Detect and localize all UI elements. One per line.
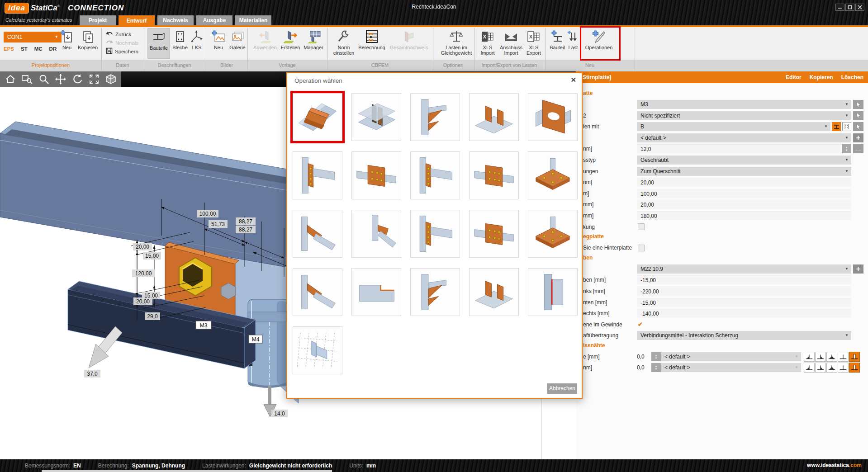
mode-dr[interactable]: DR: [49, 46, 57, 52]
calculation-button[interactable]: Berechnung: [357, 28, 386, 51]
labels-bauteile-toggle[interactable]: Bauteile: [147, 28, 170, 59]
operation-thumbnail-anchor-base-plate[interactable]: [528, 210, 578, 258]
member-box-beam[interactable]: [0, 122, 305, 268]
panel-dropdown[interactable]: B▼: [637, 122, 830, 131]
operation-thumbnail-weld-cut-line[interactable]: [528, 268, 578, 316]
operation-thumbnail-stub-haunch[interactable]: [410, 268, 460, 316]
rotate-icon[interactable]: [71, 73, 84, 85]
plate-reference-button[interactable]: [842, 122, 851, 131]
spinner-stepper[interactable]: ▲▼: [842, 144, 851, 153]
new-operation-button[interactable]: Operationen: [582, 28, 616, 51]
operation-thumbnail-workplane-grid[interactable]: [293, 326, 342, 374]
new-picture-button[interactable]: Neu: [209, 28, 228, 51]
operation-thumbnail-base-rib-stiffeners[interactable]: [469, 93, 519, 141]
panel-field[interactable]: -15,00: [637, 275, 851, 284]
undo-button[interactable]: Zurück: [106, 31, 131, 38]
spinner-stepper[interactable]: ▲▼: [651, 363, 661, 372]
operation-thumbnail-beam-to-beam-end-plate[interactable]: [410, 210, 460, 258]
operation-thumbnail-cover-plates[interactable]: [469, 151, 519, 199]
project-item-select[interactable]: CON1▼: [4, 32, 62, 42]
operation-thumbnail-bolted-base-plate[interactable]: [528, 151, 578, 199]
operation-thumbnail-bolted-end-plate[interactable]: [293, 151, 342, 199]
mode-eps[interactable]: EPS: [4, 46, 14, 52]
panel-dropdown[interactable]: M3▼: [637, 100, 851, 109]
weld-type-icon[interactable]: [849, 352, 860, 362]
operation-thumbnail-plate-with-opening[interactable]: [528, 93, 578, 141]
panel-dropdown[interactable]: Zum Querschnitt▼: [637, 167, 851, 176]
panel-dropdown[interactable]: Verbindungsmittel - Interaktion Scherzug…: [637, 331, 851, 340]
new-load-button[interactable]: Last: [566, 28, 580, 51]
cursor-select-button[interactable]: [853, 122, 863, 131]
operation-thumbnail-angle-cleat[interactable]: [293, 210, 342, 258]
tab-nachweis[interactable]: Nachweis: [157, 15, 194, 25]
add-button[interactable]: +: [853, 264, 863, 274]
spin-down-icon[interactable]: ▼: [845, 149, 848, 151]
weld-type-icon[interactable]: [838, 363, 849, 373]
copy-operation-button[interactable]: Kopieren: [810, 71, 833, 83]
tab-projekt[interactable]: Projekt: [80, 15, 116, 25]
panel-dropdown[interactable]: < default >▼: [661, 352, 801, 361]
weld-type-icon[interactable]: [815, 352, 826, 362]
xls-import-button[interactable]: X XLS Import: [478, 28, 498, 56]
maximize-button[interactable]: [845, 4, 854, 11]
template-create-button[interactable]: Erstellen: [280, 28, 301, 51]
operation-thumbnail-fin-plate[interactable]: [351, 210, 401, 258]
save-button[interactable]: Speichern: [106, 47, 138, 55]
code-setup-button[interactable]: Norm einstellen: [331, 28, 356, 56]
spin-down-icon[interactable]: ▼: [655, 368, 657, 370]
operation-thumbnail-bolted-column-plate[interactable]: [410, 151, 460, 199]
operation-thumbnail-splice-both-sides[interactable]: [469, 210, 519, 258]
website-link[interactable]: www.ideastatica.com: [807, 462, 862, 468]
minimize-button[interactable]: [835, 4, 844, 11]
panel-field[interactable]: 180,00: [637, 211, 851, 220]
xls-export-button[interactable]: X XLS Export: [524, 28, 544, 56]
zoom-window-icon[interactable]: [21, 73, 33, 85]
more-button[interactable]: ...: [853, 144, 863, 153]
labels-lks-toggle[interactable]: LKS: [188, 28, 205, 51]
cancel-button[interactable]: Abbrechen: [547, 383, 577, 394]
mode-mc[interactable]: MC: [34, 46, 43, 52]
panel-field[interactable]: -15,00: [637, 298, 851, 307]
spin-down-icon[interactable]: ▼: [655, 357, 657, 359]
weld-type-icon[interactable]: [849, 363, 860, 373]
spinner-stepper[interactable]: ▲▼: [651, 352, 661, 361]
weld-type-icon[interactable]: [804, 363, 815, 373]
panel-dropdown[interactable]: M22 10.9▼: [637, 264, 851, 274]
zoom-icon[interactable]: [38, 73, 50, 85]
editor-button[interactable]: Editor: [786, 71, 802, 83]
gallery-button[interactable]: Galerie: [228, 28, 247, 51]
operation-thumbnail-haunch[interactable]: [410, 93, 460, 141]
operation-thumbnail-beam-notch-cut[interactable]: [351, 268, 401, 316]
new-item-button[interactable]: Neu: [58, 28, 76, 51]
panel-dropdown[interactable]: < default >▼: [661, 363, 801, 372]
weld-type-icon[interactable]: [815, 363, 826, 373]
checkbox[interactable]: [638, 245, 645, 251]
tab-materialien[interactable]: Materialien: [235, 15, 271, 25]
add-button[interactable]: +: [853, 133, 863, 142]
weld-type-icon[interactable]: [826, 363, 837, 373]
beam-reference-button[interactable]: [832, 122, 841, 131]
checkbox[interactable]: [638, 223, 645, 230]
panel-dropdown[interactable]: Geschraubt▼: [637, 156, 851, 165]
close-button[interactable]: [855, 4, 864, 11]
solid-view-icon[interactable]: [104, 73, 117, 85]
panel-field[interactable]: -140,00: [637, 309, 851, 318]
pan-icon[interactable]: [54, 73, 67, 85]
mode-st[interactable]: ST: [21, 46, 28, 52]
fit-view-icon[interactable]: [88, 73, 100, 85]
operation-thumbnail-general-plates[interactable]: [469, 268, 519, 316]
home-icon[interactable]: [4, 73, 17, 85]
panel-field[interactable]: -220,00: [637, 287, 851, 296]
delete-operation-button[interactable]: Löschen: [841, 71, 863, 83]
panel-field[interactable]: 100,00: [637, 189, 851, 198]
panel-field[interactable]: 12,0: [637, 144, 841, 153]
close-icon[interactable]: ✕: [570, 76, 576, 84]
weld-type-icon[interactable]: [838, 352, 849, 362]
panel-field[interactable]: 20,00: [637, 200, 851, 209]
cursor-select-button[interactable]: [853, 100, 863, 109]
panel-field[interactable]: 20,00: [637, 178, 851, 187]
operation-thumbnail-stiffener-plates[interactable]: [351, 93, 401, 141]
copy-item-button[interactable]: Kopieren: [76, 28, 100, 51]
weld-type-icon[interactable]: [826, 352, 837, 362]
connection-import-button[interactable]: Anschluss Import: [498, 28, 524, 56]
